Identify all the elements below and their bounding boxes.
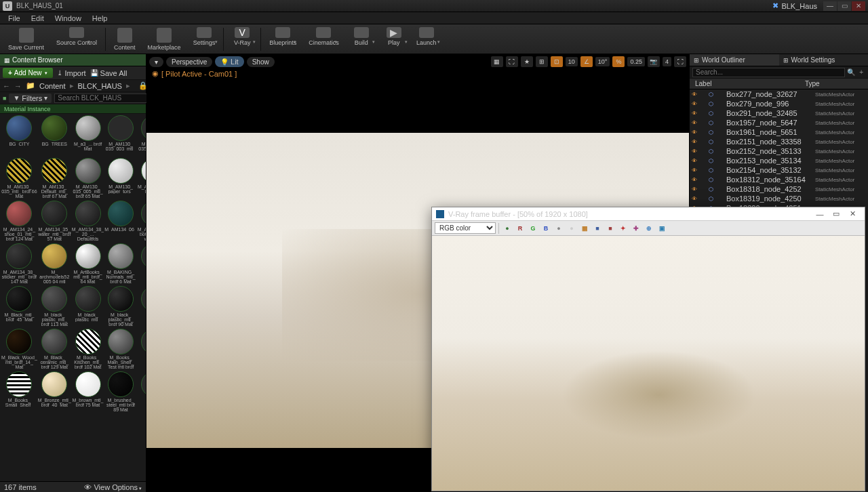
outliner-row[interactable]: 👁⬡Box277_node_32627StaticMeshActor <box>690 89 868 99</box>
outliner-row[interactable]: 👁⬡Box291_node_32485StaticMeshActor <box>690 108 868 118</box>
column-label[interactable]: Label <box>690 79 805 89</box>
visibility-icon[interactable]: 👁 <box>690 139 699 145</box>
asset-item[interactable]: M_AM134_38_ bottle_glass_ white mtl <box>138 201 146 243</box>
asset-item[interactable]: M_AM130_ 035_005_mtl_ brdf 65 Mat <box>72 158 104 200</box>
folder-icon[interactable]: 📁 <box>26 81 35 90</box>
vfb-tool-button[interactable]: ⊕ <box>644 223 654 234</box>
vfb-minimize-button[interactable]: — <box>812 210 828 218</box>
asset-item[interactable]: M_ArtBooks_ mtl_mtl_brdf_ 64 Mat <box>72 243 104 285</box>
asset-item[interactable]: M_AM134_24_ shoe_01_mtl_ brdf 124 Mat <box>1 201 37 243</box>
close-button[interactable]: ✕ <box>852 1 865 11</box>
vfb-tool-button[interactable]: ▣ <box>656 223 667 234</box>
visibility-icon[interactable]: 👁 <box>690 196 699 202</box>
asset-item[interactable]: M_Bronze_mtl_ brdf_40_Mat <box>38 371 71 413</box>
nav-fwd-icon[interactable]: → <box>14 82 22 90</box>
vfb-close-button[interactable]: ✕ <box>844 209 861 218</box>
outliner-row[interactable]: 👁⬡Box1961_node_5651StaticMeshActor <box>690 127 868 137</box>
maximize-viewport-icon[interactable]: ⛶ <box>674 56 686 67</box>
vfb-tool-button[interactable]: ● <box>553 223 564 234</box>
asset-item[interactable]: M_a3_... brdf Mat <box>72 115 104 157</box>
column-type[interactable]: Type <box>805 79 868 89</box>
asset-item[interactable]: BG_CITY <box>1 115 37 157</box>
vfb-tool-button[interactable]: ✚ <box>631 223 642 234</box>
toolbar-cine-button[interactable]: Cinematics <box>303 26 344 53</box>
asset-item[interactable]: M_AM134_06_ <box>104 201 136 243</box>
toolbar-save-button[interactable]: Save Current <box>3 26 50 53</box>
nav-back-icon[interactable]: ← <box>3 82 10 90</box>
camera-speed-icon[interactable]: 📷 <box>648 56 660 67</box>
asset-item[interactable] <box>138 286 146 328</box>
vfb-maximize-button[interactable]: ▭ <box>828 209 844 218</box>
vfb-tool-button[interactable]: ✦ <box>618 223 629 234</box>
visibility-icon[interactable]: 👁 <box>690 101 699 107</box>
toolbar-launch-button[interactable]: Launch <box>411 26 442 53</box>
outliner-row[interactable]: 👁⬡Box2152_node_35133StaticMeshActor <box>690 146 868 156</box>
toolbar-market-button[interactable]: Marketplace <box>142 26 186 53</box>
vfb-render-image[interactable] <box>432 236 865 491</box>
outliner-row[interactable]: 👁⬡Box279_node_996StaticMeshActor <box>690 99 868 108</box>
toolbar-settings-button[interactable]: Settings <box>188 26 221 53</box>
menu-window[interactable]: Window <box>50 14 87 22</box>
view-options-button[interactable]: 👁 View Options <box>84 483 142 491</box>
vfb-tool-button[interactable]: ▦ <box>579 223 590 234</box>
toolbar-vray-button[interactable]: VV-Ray <box>226 26 258 53</box>
filter-tag-material-instance[interactable]: Material Instance <box>0 104 146 114</box>
menu-file[interactable]: File <box>3 14 26 22</box>
asset-item[interactable]: M_black_ plastic_mtl_ brdf 113 Mat <box>38 286 71 328</box>
asset-item[interactable]: M_ archmodels52 005 04 mtl <box>38 243 71 285</box>
toolbar-src-button[interactable]: Source Control <box>51 26 102 53</box>
tab-world-settings[interactable]: World Settings <box>779 54 869 66</box>
maximize-button[interactable]: ▭ <box>837 1 851 11</box>
immersive-icon[interactable]: ⛶ <box>506 56 518 67</box>
asset-item[interactable]: M_Black_ ceramic_mtl_ brdf 129 Mat <box>38 329 71 371</box>
asset-item[interactable]: M_AM130_ 035_001_mtl_ <box>138 115 146 157</box>
asset-item[interactable]: BG_TREES <box>38 115 71 157</box>
bookmark-icon[interactable]: ★ <box>521 56 533 67</box>
asset-item[interactable] <box>138 371 146 413</box>
asset-item[interactable]: M_black_ plastic_mtl_ <box>72 286 104 328</box>
outliner-row[interactable]: 👁⬡Box18312_node_35164StaticMeshActor <box>690 175 868 184</box>
visibility-icon[interactable]: 👁 <box>690 167 699 173</box>
tab-world-outliner[interactable]: World Outliner <box>690 54 779 66</box>
visibility-icon[interactable]: 👁 <box>690 129 699 136</box>
toolbar-content-button[interactable]: Content <box>108 26 141 53</box>
level-tab[interactable]: ✖BLK_Haus <box>772 1 817 10</box>
vfb-channel-select[interactable]: RGB color <box>435 222 496 234</box>
visibility-icon[interactable]: 👁 <box>690 110 699 117</box>
visibility-icon[interactable]: 👁 <box>690 186 699 192</box>
content-search-input[interactable] <box>54 94 147 103</box>
realtime-icon[interactable]: ⊞ <box>536 56 548 67</box>
save-all-button[interactable]: 💾 Save All <box>90 69 127 77</box>
asset-item[interactable]: M_AM134_35_ water_mtl_ brdf 57 Mat <box>38 201 71 243</box>
snap-rotate-value[interactable]: 10° <box>595 57 610 66</box>
show-button[interactable]: Show <box>247 57 275 67</box>
camera-speed-value[interactable]: 4 <box>663 57 671 66</box>
asset-item[interactable]: M_AM130_ 035_003_mtl_ <box>104 115 136 157</box>
asset-item[interactable]: M_Books_ Kitchen_mtl_ brdf 102 Mat <box>72 329 104 371</box>
minimize-button[interactable]: — <box>823 1 837 11</box>
toolbar-build-button[interactable]: Build <box>346 26 377 53</box>
add-new-button[interactable]: Add New <box>3 68 53 78</box>
asset-item[interactable]: M_black_ plastic_mtl_ brdf 90 Mat <box>104 286 136 328</box>
menu-edit[interactable]: Edit <box>26 14 50 22</box>
vfb-tool-button[interactable]: ● <box>566 223 577 234</box>
asset-item[interactable]: M_Black_mtl_ brdf_45_Mat <box>1 286 37 328</box>
asset-item[interactable]: M_brown_mtl_ brdf 75 Mat <box>72 371 104 413</box>
visibility-icon[interactable]: 👁 <box>690 177 699 183</box>
asset-item[interactable]: M_brushed_ steel_mtl brdf 89 Mat <box>104 371 136 413</box>
snap-translate-value[interactable]: 10 <box>566 57 578 66</box>
asset-item[interactable]: M_AM134_38_ sticker_mtl_ brdf 147 Mat <box>1 243 37 285</box>
toolbar-bp-button[interactable]: Blueprints <box>264 26 302 53</box>
vfb-tool-button[interactable]: B <box>540 223 551 234</box>
asset-item[interactable]: M_BAKING_ Normals_mtl_ brdf 6 Mat <box>104 243 136 285</box>
outliner-row[interactable]: 👁⬡Box2153_node_35134StaticMeshActor <box>690 156 868 165</box>
outliner-search-input[interactable] <box>692 68 845 77</box>
asset-item[interactable]: M_Black_Wood_ mtl_brdf_14_ Mat <box>1 329 37 371</box>
vfb-tool-button[interactable]: ■ <box>592 223 603 234</box>
snap-rotate-icon[interactable]: ∠ <box>580 56 593 67</box>
outliner-row[interactable]: 👁⬡Box2151_node_33358StaticMeshActor <box>690 137 868 146</box>
snap-scale-icon[interactable]: % <box>612 56 625 67</box>
snap-translate-icon[interactable]: ⊡ <box>551 56 563 67</box>
breadcrumb-folder[interactable]: BLCK_HAUS <box>78 82 122 90</box>
asset-item[interactable]: M_AM130_ mtl brdf 125 <box>138 158 146 200</box>
